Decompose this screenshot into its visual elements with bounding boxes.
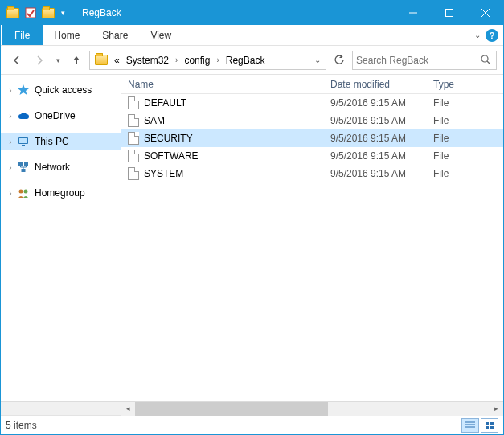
body: ›Quick access›OneDrive›This PC›Network›H… xyxy=(1,75,503,401)
file-row[interactable]: SOFTWARE9/5/2016 9:15 AMFile xyxy=(121,147,503,165)
ribbon-tab-file[interactable]: File xyxy=(2,25,43,45)
nav-item-quick-access[interactable]: ›Quick access xyxy=(1,81,121,99)
breadcrumb-seg-2[interactable]: RegBack xyxy=(223,55,268,66)
nav-item-this-pc[interactable]: ›This PC xyxy=(1,133,121,150)
file-name: SAM xyxy=(144,115,165,126)
cloud-icon xyxy=(17,109,30,122)
minimize-button[interactable] xyxy=(395,1,431,25)
homegroup-icon xyxy=(17,187,30,199)
svg-rect-18 xyxy=(486,422,489,425)
svg-point-13 xyxy=(19,190,23,194)
search-icon[interactable] xyxy=(481,55,491,65)
file-type: File xyxy=(427,97,503,109)
column-headers: Name Date modified Type xyxy=(121,75,503,94)
chevron-right-icon[interactable]: › xyxy=(6,189,15,198)
horizontal-scrollbar[interactable]: ◂ ▸ xyxy=(1,401,503,415)
breadcrumb-seg-1[interactable]: config xyxy=(181,55,213,66)
chevron-right-icon[interactable]: › xyxy=(172,55,181,64)
svg-rect-10 xyxy=(18,162,23,166)
qat-newfolder-icon[interactable] xyxy=(39,4,57,22)
svg-rect-21 xyxy=(490,426,494,429)
file-icon xyxy=(128,96,139,109)
help-button[interactable]: ? xyxy=(486,29,498,42)
column-header-type[interactable]: Type xyxy=(427,75,503,93)
scroll-right-button[interactable]: ▸ xyxy=(490,402,503,416)
titlebar: ▾ RegBack xyxy=(1,1,503,25)
qat-folder-icon[interactable] xyxy=(4,4,22,22)
ribbon-tab-view[interactable]: View xyxy=(139,25,182,45)
file-name: SYSTEM xyxy=(144,168,183,179)
search-input[interactable] xyxy=(356,55,493,66)
svg-rect-9 xyxy=(22,145,25,146)
nav-item-label: This PC xyxy=(35,136,69,147)
file-date: 9/5/2016 9:15 AM xyxy=(324,133,427,144)
nav-item-onedrive[interactable]: ›OneDrive xyxy=(1,107,121,125)
file-date: 9/5/2016 9:15 AM xyxy=(324,150,427,162)
file-row[interactable]: DEFAULT9/5/2016 9:15 AMFile xyxy=(121,94,503,112)
search-box[interactable] xyxy=(352,51,497,70)
svg-point-14 xyxy=(24,190,28,194)
navigation-pane: ›Quick access›OneDrive›This PC›Network›H… xyxy=(1,75,121,401)
chevron-right-icon[interactable]: › xyxy=(6,163,15,172)
chevron-right-icon[interactable]: › xyxy=(213,55,222,64)
breadcrumb-prefix[interactable]: « xyxy=(111,55,123,66)
view-details-button[interactable] xyxy=(461,418,479,433)
close-button[interactable] xyxy=(467,1,503,25)
breadcrumb-folder-icon[interactable] xyxy=(95,55,108,65)
forward-button[interactable] xyxy=(30,51,49,70)
file-date: 9/5/2016 9:15 AM xyxy=(324,115,427,126)
file-type: File xyxy=(427,150,503,162)
column-header-name[interactable]: Name xyxy=(121,75,324,93)
file-date: 9/5/2016 9:15 AM xyxy=(324,97,427,109)
qat-customize-dropdown[interactable]: ▾ xyxy=(57,4,68,22)
file-icon xyxy=(128,132,139,145)
content-pane: Name Date modified Type DEFAULT9/5/2016 … xyxy=(121,75,503,401)
chevron-right-icon[interactable]: › xyxy=(6,112,15,121)
window-title: RegBack xyxy=(82,7,121,18)
maximize-button[interactable] xyxy=(431,1,467,25)
svg-rect-2 xyxy=(445,10,453,17)
breadcrumb[interactable]: « System32 › config › RegBack ⌄ xyxy=(89,51,326,70)
nav-item-homegroup[interactable]: ›Homegroup xyxy=(1,184,121,202)
ribbon-expand-icon[interactable]: ⌄ xyxy=(474,31,481,39)
ribbon-tab-share[interactable]: Share xyxy=(91,25,139,45)
star-icon xyxy=(17,84,30,96)
svg-point-5 xyxy=(481,55,488,62)
nav-item-label: Homegroup xyxy=(35,187,85,199)
window-controls xyxy=(395,1,503,25)
file-list[interactable]: DEFAULT9/5/2016 9:15 AMFileSAM9/5/2016 9… xyxy=(121,94,503,401)
breadcrumb-dropdown-icon[interactable]: ⌄ xyxy=(311,55,324,64)
file-row[interactable]: SYSTEM9/5/2016 9:15 AMFile xyxy=(121,165,503,183)
back-button[interactable] xyxy=(7,51,27,70)
qat-properties-icon[interactable] xyxy=(22,4,39,22)
scroll-thumb[interactable] xyxy=(135,402,328,416)
view-large-icons-button[interactable] xyxy=(481,418,498,433)
refresh-button[interactable] xyxy=(330,51,349,70)
scroll-left-button[interactable]: ◂ xyxy=(121,402,135,416)
file-type: File xyxy=(427,115,503,126)
ribbon-tab-home[interactable]: Home xyxy=(43,25,91,45)
nav-item-label: OneDrive xyxy=(35,110,76,121)
breadcrumb-seg-0[interactable]: System32 xyxy=(123,55,172,66)
quick-access-toolbar: ▾ xyxy=(4,4,68,22)
file-type: File xyxy=(427,133,503,144)
file-name: SOFTWARE xyxy=(144,150,199,162)
nav-item-network[interactable]: ›Network xyxy=(1,158,121,176)
recent-locations-dropdown[interactable]: ▾ xyxy=(52,51,64,70)
file-name: DEFAULT xyxy=(144,97,186,109)
address-bar-row: ▾ « System32 › config › RegBack ⌄ xyxy=(1,46,503,75)
chevron-right-icon[interactable]: › xyxy=(6,86,15,95)
column-header-date[interactable]: Date modified xyxy=(324,75,427,93)
file-row[interactable]: SECURITY9/5/2016 9:15 AMFile xyxy=(121,129,503,147)
file-type: File xyxy=(427,168,503,179)
file-icon xyxy=(128,114,139,127)
file-name: SECURITY xyxy=(144,133,193,144)
chevron-right-icon[interactable]: › xyxy=(6,137,15,146)
titlebar-divider xyxy=(72,6,72,19)
svg-line-6 xyxy=(487,61,490,64)
file-icon xyxy=(128,150,139,162)
nav-item-label: Network xyxy=(35,162,70,173)
up-button[interactable] xyxy=(67,51,86,70)
svg-rect-12 xyxy=(22,169,26,172)
file-row[interactable]: SAM9/5/2016 9:15 AMFile xyxy=(121,112,503,129)
